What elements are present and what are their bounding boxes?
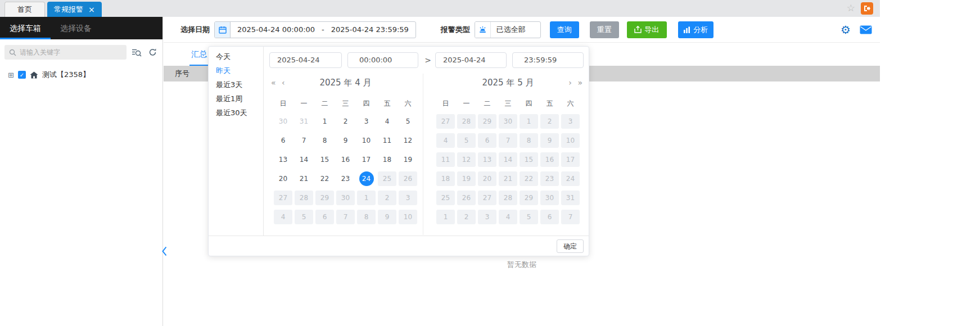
calendar-day[interactable]: 11 <box>377 131 398 150</box>
datepicker-shortcut-3[interactable]: 最近1周 <box>209 92 263 106</box>
calendar-day[interactable]: 21 <box>293 169 314 188</box>
date-label: 选择日期 <box>180 25 210 35</box>
calendar-day: 9 <box>377 207 398 227</box>
calendar-day[interactable]: 3 <box>356 112 377 131</box>
calendar-title: 2025 年 5 月 <box>482 78 534 88</box>
weekday-label: 三 <box>498 95 518 112</box>
calendar-day[interactable]: 18 <box>377 150 398 169</box>
calendar-day: 6 <box>314 207 335 227</box>
end-date-input[interactable]: 2025-04-24 <box>435 52 507 68</box>
calendar-day[interactable]: 5 <box>398 112 418 131</box>
tree-item[interactable]: ⊞ ✓ 测试【2358】 <box>0 64 162 85</box>
sidebar-tab-carriage[interactable]: 选择车箱 <box>0 17 51 39</box>
query-button[interactable]: 查询 <box>550 21 579 38</box>
calendar-day[interactable]: 7 <box>293 131 314 150</box>
calendar-day: 4 <box>435 131 456 150</box>
calendar-day[interactable]: 22 <box>314 169 335 188</box>
calendar-day: 1 <box>435 207 456 227</box>
calendar-day: 30 <box>498 112 518 131</box>
calendar-day[interactable]: 20 <box>273 169 293 188</box>
settings-gear-icon[interactable]: ⚙ <box>841 24 851 35</box>
calendar-day[interactable]: 10 <box>356 131 377 150</box>
range-arrow-icon: > <box>422 52 433 68</box>
weekday-label: 二 <box>314 95 335 112</box>
search-icon <box>9 49 16 56</box>
datepicker-shortcut-2[interactable]: 最近3天 <box>209 78 263 92</box>
calendar-day: 2 <box>377 188 398 207</box>
tab-close-icon[interactable]: × <box>88 6 95 13</box>
calendar-day: 26 <box>456 188 477 207</box>
calendar-day[interactable]: 30 <box>273 112 293 131</box>
calendar-day: 6 <box>477 131 498 150</box>
calendar-day: 2 <box>539 112 560 131</box>
calendar-day[interactable]: 2 <box>335 112 356 131</box>
calendar-icon[interactable] <box>215 22 231 38</box>
sidebar-collapse-button[interactable] <box>162 246 167 258</box>
calendar-day[interactable]: 1 <box>314 112 335 131</box>
export-button[interactable]: 导出 <box>627 21 667 38</box>
calendar-day[interactable]: 24 <box>356 169 377 188</box>
analyze-label: 分析 <box>693 25 708 35</box>
search-input[interactable]: 请输入关键字 <box>4 45 127 60</box>
tree-checkbox[interactable]: ✓ <box>18 71 26 79</box>
alarm-type-label: 报警类型 <box>441 25 470 35</box>
calendar-day[interactable]: 9 <box>335 131 356 150</box>
calendar-day[interactable]: 12 <box>398 131 418 150</box>
date-picker-panel: 今天昨天最近3天最近1周最近30天 2025-04-24 00:00:00 > … <box>208 46 589 256</box>
sidebar-tab-device[interactable]: 选择设备 <box>51 17 101 39</box>
next-year-icon[interactable]: » <box>577 78 582 87</box>
exit-app-icon[interactable] <box>861 2 873 15</box>
calendar-day[interactable]: 14 <box>293 150 314 169</box>
refresh-icon[interactable] <box>147 47 158 57</box>
message-mail-icon[interactable] <box>860 25 872 34</box>
prev-year-icon[interactable]: « <box>271 78 276 87</box>
calendar-day: 10 <box>398 207 418 227</box>
calendar-day: 29 <box>518 188 539 207</box>
start-date-input[interactable]: 2025-04-24 <box>269 52 342 68</box>
datepicker-shortcut-0[interactable]: 今天 <box>209 49 263 64</box>
calendar-day[interactable]: 6 <box>273 131 293 150</box>
sidebar-search-row: 请输入关键字 <box>0 39 162 64</box>
datepicker-shortcut-1[interactable]: 昨天 <box>209 64 263 78</box>
next-month-icon[interactable]: › <box>568 78 572 87</box>
tab-home[interactable]: 首页 <box>4 2 45 17</box>
calendar-day: 7 <box>560 207 581 227</box>
start-time-input[interactable]: 00:00:00 <box>347 52 418 68</box>
calendar-day[interactable]: 13 <box>273 150 293 169</box>
calendar-day[interactable]: 15 <box>314 150 335 169</box>
calendar-day[interactable]: 23 <box>335 169 356 188</box>
datepicker-shortcut-4[interactable]: 最近30天 <box>209 106 263 120</box>
date-range-input[interactable]: 2025-04-24 00:00:00 - 2025-04-24 23:59:5… <box>214 21 416 38</box>
calendar-day: 28 <box>498 188 518 207</box>
weekday-label: 一 <box>293 95 314 112</box>
tab-summary[interactable]: 汇总 <box>189 49 209 66</box>
calendar-day: 27 <box>435 112 456 131</box>
calendar-day[interactable]: 16 <box>335 150 356 169</box>
favorite-star-icon[interactable]: ☆ <box>847 2 855 13</box>
end-time-input[interactable]: 23:59:59 <box>512 52 584 68</box>
tree-expander-icon[interactable]: ⊞ <box>8 71 14 79</box>
weekday-label: 一 <box>456 95 477 112</box>
calendar-day[interactable]: 19 <box>398 150 418 169</box>
analyze-button[interactable]: 分析 <box>678 21 713 38</box>
advanced-search-icon[interactable] <box>131 47 142 57</box>
weekday-label: 四 <box>356 95 377 112</box>
calendar-day[interactable]: 31 <box>293 112 314 131</box>
tab-regular-alarm[interactable]: 常规报警 × <box>47 2 102 17</box>
calendar-day: 23 <box>539 169 560 188</box>
panel-divider <box>423 74 423 235</box>
calendar-day[interactable]: 8 <box>314 131 335 150</box>
date-range-text: 2025-04-24 00:00:00 - 2025-04-24 23:59:5… <box>231 22 416 38</box>
calendar-day: 4 <box>498 207 518 227</box>
calendar-day: 15 <box>518 150 539 169</box>
prev-month-icon[interactable]: ‹ <box>282 78 285 87</box>
alarm-type-input[interactable]: 已选全部 <box>475 21 541 38</box>
calendar-day: 27 <box>477 188 498 207</box>
confirm-button[interactable]: 确定 <box>557 239 584 253</box>
calendar-day[interactable]: 4 <box>377 112 398 131</box>
reset-button[interactable]: 重置 <box>590 21 619 38</box>
date-range-start: 2025-04-24 00:00:00 <box>237 25 315 34</box>
weekday-label: 五 <box>539 95 560 112</box>
calendar-day: 28 <box>456 112 477 131</box>
calendar-day[interactable]: 17 <box>356 150 377 169</box>
